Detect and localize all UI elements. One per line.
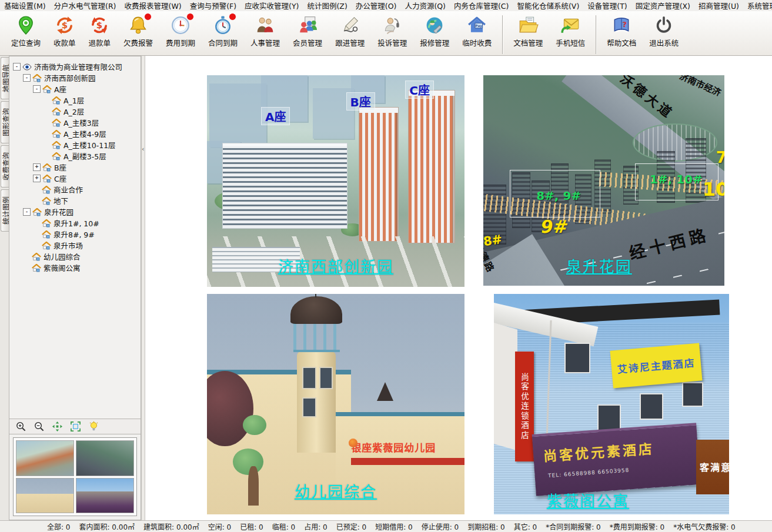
- menu-human-resources[interactable]: 人力资源(Q): [400, 0, 450, 12]
- tree-node-label: 济南西部创新园: [44, 72, 96, 83]
- refund-cycle-icon: $: [89, 15, 110, 35]
- side-tab-graphic-query[interactable]: 图形查询: [1, 101, 9, 143]
- menu-receivables[interactable]: 应收实收管理(Y): [240, 0, 303, 12]
- toolbar-button-label: 合同到期: [208, 37, 238, 48]
- side-tab-stat-legend[interactable]: 统计图例: [1, 189, 9, 232]
- tree-node-label: A_副楼3-5层: [64, 150, 106, 162]
- house-icon: [42, 242, 52, 250]
- toolbar-button-hr[interactable]: 人事管理: [244, 14, 286, 48]
- scene-caption-kindergarten[interactable]: 幼儿园综合: [238, 480, 434, 501]
- scene-caption-quansheng[interactable]: 泉升花园: [527, 255, 671, 276]
- scene-caption-ziwei[interactable]: 紫薇阁公寓: [513, 489, 663, 511]
- tree-node[interactable]: -泉升花园: [11, 206, 139, 218]
- navigator-thumbnail-ziwei-apartment[interactable]: [76, 478, 134, 514]
- tree-node[interactable]: A_1层: [11, 95, 139, 106]
- tree-expander-minus[interactable]: -: [33, 85, 41, 93]
- menu-basic-settings[interactable]: 基础设置(M): [0, 0, 50, 12]
- menu-household-utilities[interactable]: 分户水电气管理(R): [50, 0, 121, 12]
- map-tool-zoom-in[interactable]: [15, 421, 26, 432]
- tree-node[interactable]: A_主楼10-11层: [11, 139, 139, 150]
- tree-node[interactable]: A_主楼4-9层: [11, 128, 139, 139]
- tree-node-label: 商业合作: [54, 184, 83, 195]
- collapse-arrow-icon[interactable]: ‹: [142, 145, 144, 153]
- district-label: 济南市经济: [678, 75, 723, 98]
- tree-node[interactable]: 泉升1#, 10#: [11, 218, 139, 229]
- pen-icon: [339, 15, 360, 35]
- tree-node[interactable]: 幼儿园综合: [11, 251, 139, 262]
- park-image-kindergarten[interactable]: 银座紫薇园幼儿园 幼儿园综合: [207, 294, 464, 514]
- sidebar-panel: -济南微为商业管理有限公司-济南西部创新园-A座A_1层A_2层A_主楼3层A_…: [9, 56, 141, 520]
- tree-node[interactable]: 泉升市场: [11, 240, 139, 251]
- menu-query-alerts[interactable]: 查询与预警(F): [186, 0, 240, 12]
- unit-label-1-10: 1#, 10#: [650, 172, 703, 186]
- kindergarten-logo: [349, 439, 357, 447]
- tree-node[interactable]: -济南微为商业管理有限公司: [11, 61, 139, 72]
- tree-expander-minus[interactable]: -: [23, 208, 31, 216]
- tree-expander-plus[interactable]: +: [33, 175, 41, 182]
- toolbar-button-member[interactable]: 会员管理: [286, 14, 329, 48]
- park-image-quansheng[interactable]: 沃德大道 济南市经济 8#, 9# 1#, 10# 9# 8# 10 7 经十西…: [483, 75, 724, 286]
- side-tab-fee-query[interactable]: 收费查询: [1, 145, 9, 188]
- storefront-sign: 尚客优元素酒店: [543, 437, 655, 465]
- toolbar-button-document[interactable]: 文档管理: [507, 14, 549, 48]
- tree-expander-plus[interactable]: +: [33, 163, 41, 171]
- menu-fee-reports[interactable]: 收费报表管理(W): [121, 0, 186, 12]
- side-tab-map-nav[interactable]: 地图导航: [1, 57, 9, 99]
- tree-node[interactable]: A_副楼3-5层: [11, 150, 139, 162]
- tree-node[interactable]: +C座: [11, 173, 139, 184]
- navigator-thumbnail-quansheng-garden[interactable]: [76, 440, 134, 476]
- park-image-innovation[interactable]: A座 B座 C座 济南西部创新园: [207, 75, 464, 287]
- toolbar-button-receipt[interactable]: $收款单: [47, 14, 82, 48]
- menu-smart-storage[interactable]: 智能化仓储系统(V): [513, 0, 583, 12]
- map-tool-fit-view[interactable]: [70, 421, 81, 432]
- status-bar: 全部: 0套内面积: 0.00㎡建筑面积: 0.00㎡空闲: 0已租: 0临租:…: [0, 520, 772, 532]
- tree-node[interactable]: +B座: [11, 162, 139, 173]
- map-tool-pan[interactable]: [52, 421, 63, 432]
- toolbar-button-sms[interactable]: 手机短信: [549, 14, 591, 48]
- toolbar-button-complaint[interactable]: 投诉管理: [371, 14, 413, 48]
- navigator-thumbnail-innovation-park[interactable]: [16, 440, 74, 476]
- menu-statistics-legend[interactable]: 统计图例(Z): [303, 0, 351, 12]
- menu-internal-warehouse[interactable]: 内务仓库管理(C): [450, 0, 513, 12]
- toolbar-button-help-doc[interactable]: ?帮助文档: [600, 14, 643, 48]
- building-label-b: B座: [346, 92, 375, 111]
- tree-node[interactable]: 商业合作: [11, 184, 139, 195]
- tree-node[interactable]: A_主楼3层: [11, 117, 139, 128]
- navigator-thumbnail-kindergarten[interactable]: [16, 478, 74, 514]
- toolbar-button-follow-up[interactable]: 跟进管理: [329, 14, 371, 48]
- tree-node[interactable]: -A座: [11, 83, 139, 95]
- toolbar-button-exit[interactable]: 退出系统: [643, 14, 685, 48]
- cupola-columns: [293, 322, 340, 353]
- scene-caption-innovation[interactable]: 济南西部创新园: [233, 255, 439, 276]
- map-tool-zoom-out[interactable]: [34, 421, 45, 432]
- menu-investment[interactable]: 招商管理(U): [694, 0, 743, 12]
- map-tool-highlight[interactable]: [88, 421, 99, 432]
- toolbar-button-fee-due[interactable]: 费用到期: [159, 14, 202, 48]
- people-pair-icon: [255, 15, 276, 35]
- menu-system[interactable]: 系统管理(S): [743, 0, 772, 12]
- park-image-ziwei[interactable]: 艾诗尼主题酒店 尚客优连锁酒店 尚客优元素酒店 TEL: 66588988 66…: [494, 294, 729, 514]
- tree-node[interactable]: 泉升8#, 9#: [11, 229, 139, 240]
- tower-window: [319, 367, 333, 389]
- status-field-8: 短期借用: 0: [375, 521, 413, 531]
- toolbar-button-locate-search[interactable]: 定位查询: [5, 14, 47, 48]
- menu-office-management[interactable]: 办公管理(O): [352, 0, 401, 12]
- toolbar-button-arrears-alarm[interactable]: 欠费报警: [117, 14, 159, 48]
- tree-node[interactable]: 紫薇阁公寓: [11, 262, 139, 273]
- toolbar-button-refund[interactable]: $退款单: [82, 14, 118, 48]
- toolbar-button-contract-due[interactable]: 合同到期: [202, 14, 244, 48]
- toolbar-button-repair[interactable]: 报修管理: [413, 14, 456, 48]
- map-canvas[interactable]: A座 B座 C座 济南西部创新园: [145, 56, 772, 520]
- tree-node-label: 紫薇阁公寓: [44, 262, 81, 273]
- tree-expander-minus[interactable]: -: [23, 74, 31, 82]
- house-icon: [32, 253, 42, 261]
- tree-node[interactable]: -济南西部创新园: [11, 72, 139, 83]
- tree-node[interactable]: A_2层: [11, 106, 139, 117]
- menu-equipment[interactable]: 设备管理(T): [583, 0, 631, 12]
- menu-fixed-assets[interactable]: 固定资产管理(X): [631, 0, 694, 12]
- building-label-c: C座: [405, 81, 434, 99]
- sidebar-splitter[interactable]: ‹: [141, 56, 145, 520]
- toolbar-button-temp-fee[interactable]: Pay临时收费: [456, 14, 498, 48]
- tree-expander-minus[interactable]: -: [13, 63, 21, 71]
- tree-node[interactable]: 地下: [11, 195, 139, 206]
